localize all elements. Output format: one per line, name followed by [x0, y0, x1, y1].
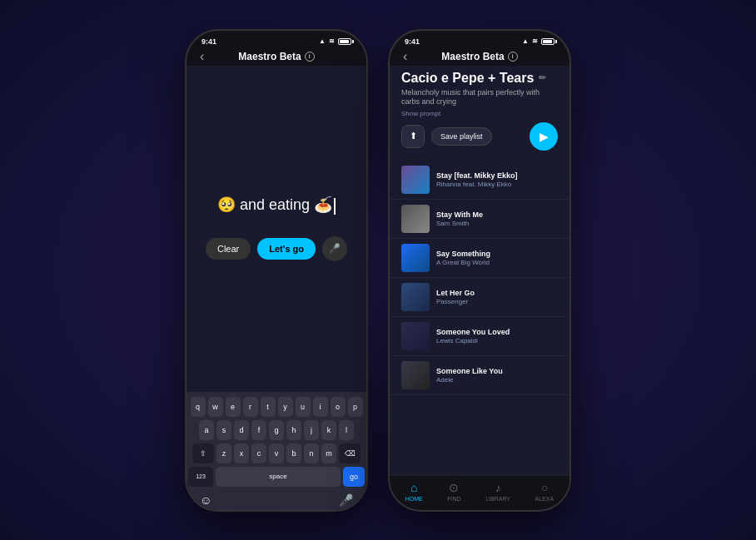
- key-v[interactable]: v: [269, 443, 284, 463]
- song-thumb-5: [401, 322, 430, 350]
- nav-bar-right: ‹ Maestro Beta i: [390, 47, 569, 66]
- song-item-3[interactable]: Say Something A Great Big World: [390, 239, 569, 278]
- key-z[interactable]: z: [216, 443, 231, 463]
- signal-icon-left: ≋: [329, 37, 335, 45]
- info-icon-right[interactable]: i: [508, 52, 518, 62]
- back-button-left[interactable]: ‹: [200, 49, 204, 64]
- clear-button[interactable]: Clear: [206, 238, 251, 260]
- key-y[interactable]: y: [278, 397, 293, 417]
- key-a[interactable]: a: [199, 420, 214, 440]
- mic-button-kb[interactable]: 🎤: [339, 493, 353, 507]
- song-title-1: Stay [feat. Mikky Ekko]: [436, 171, 558, 180]
- key-s[interactable]: s: [216, 420, 231, 440]
- time-right: 9:41: [405, 37, 420, 46]
- playlist-header: Cacio e Pepe + Tears ✏ Melancholy music …: [390, 66, 569, 161]
- show-prompt-link[interactable]: Show prompt: [401, 110, 558, 117]
- song-info-2: Stay With Me Sam Smith: [436, 211, 558, 227]
- key-row-3: ⇧ z x c v b n m ⌫: [188, 443, 365, 463]
- song-list: Stay [feat. Mikky Ekko] Rihanna feat. Mi…: [390, 161, 569, 475]
- key-q[interactable]: q: [191, 397, 206, 417]
- song-artist-3: A Great Big World: [436, 259, 558, 266]
- song-item-2[interactable]: Stay With Me Sam Smith: [390, 200, 569, 239]
- key-row-4: 123 space go: [188, 467, 365, 487]
- song-item-6[interactable]: Someone Like You Adele: [390, 356, 569, 395]
- keyboard: q w e r t y u i o p a s d f g h j k l ⇧ …: [187, 392, 366, 510]
- playlist-screen: Cacio e Pepe + Tears ✏ Melancholy music …: [390, 66, 569, 510]
- back-button-right[interactable]: ‹: [403, 49, 407, 64]
- mic-button[interactable]: 🎤: [322, 236, 347, 261]
- key-o[interactable]: o: [331, 397, 346, 417]
- song-item-5[interactable]: Someone You Loved Lewis Capaldi: [390, 317, 569, 356]
- key-e[interactable]: e: [226, 397, 241, 417]
- key-x[interactable]: x: [234, 443, 249, 463]
- key-row-2: a s d f g h j k l: [188, 420, 365, 440]
- emoji-button[interactable]: ☺: [200, 493, 211, 507]
- key-d[interactable]: d: [234, 420, 249, 440]
- phone-right: 9:41 ▲ ≋ ‹ Maestro Beta i Cacio e Pepe +…: [388, 29, 571, 512]
- song-title-4: Let Her Go: [436, 289, 558, 297]
- alexa-icon: ○: [541, 481, 548, 494]
- song-item-1[interactable]: Stay [feat. Mikky Ekko] Rihanna feat. Mi…: [390, 161, 569, 200]
- time-left: 9:41: [201, 37, 216, 46]
- save-playlist-button[interactable]: Save playlist: [431, 127, 492, 146]
- phone-left: 9:41 ▲ ≋ ‹ Maestro Beta i 🥺 and eating 🍝…: [185, 29, 368, 512]
- song-title-3: Say Something: [436, 250, 558, 258]
- home-icon: ⌂: [410, 481, 417, 494]
- song-info-1: Stay [feat. Mikky Ekko] Rihanna feat. Mi…: [436, 171, 558, 188]
- playlist-actions: ⬆ Save playlist ▶: [401, 122, 558, 151]
- key-p[interactable]: p: [348, 397, 363, 417]
- key-r[interactable]: r: [243, 397, 258, 417]
- song-thumb-6: [401, 361, 430, 389]
- share-button[interactable]: ⬆: [401, 125, 425, 148]
- edit-icon[interactable]: ✏: [539, 72, 546, 83]
- status-bar-right: 9:41 ▲ ≋: [390, 31, 569, 47]
- nav-title-left: Maestro Beta i: [238, 51, 314, 62]
- battery-icon-right: [541, 38, 555, 45]
- song-artist-2: Sam Smith: [436, 220, 558, 227]
- keyboard-bottom-bar: ☺ 🎤: [188, 490, 365, 508]
- play-button[interactable]: ▶: [530, 122, 558, 151]
- nav-item-library[interactable]: ♪ LIBRARY: [485, 481, 510, 502]
- key-f[interactable]: f: [251, 420, 266, 440]
- song-thumb-1: [401, 166, 430, 194]
- song-title-5: Someone You Loved: [436, 328, 558, 336]
- song-thumb-3: [401, 244, 430, 272]
- key-delete[interactable]: ⌫: [339, 443, 361, 463]
- key-g[interactable]: g: [269, 420, 284, 440]
- find-label: FIND: [447, 496, 460, 502]
- key-h[interactable]: h: [286, 420, 301, 440]
- wifi-icon-right: ▲: [522, 37, 529, 45]
- song-artist-1: Rihanna feat. Mikky Ekko: [436, 181, 558, 188]
- song-info-4: Let Her Go Passenger: [436, 289, 558, 305]
- song-item-4[interactable]: Let Her Go Passenger: [390, 278, 569, 317]
- playlist-title: Cacio e Pepe + Tears: [401, 71, 534, 86]
- key-k[interactable]: k: [321, 420, 336, 440]
- key-u[interactable]: u: [296, 397, 311, 417]
- nav-item-find[interactable]: ⊙ FIND: [447, 481, 460, 502]
- key-go[interactable]: go: [343, 467, 365, 487]
- key-w[interactable]: w: [208, 397, 223, 417]
- key-m[interactable]: m: [321, 443, 336, 463]
- home-label: HOME: [405, 496, 423, 502]
- song-info-5: Someone You Loved Lewis Capaldi: [436, 328, 558, 344]
- key-j[interactable]: j: [304, 420, 319, 440]
- key-space[interactable]: space: [216, 467, 341, 487]
- key-t[interactable]: t: [261, 397, 276, 417]
- lets-go-button[interactable]: Let's go: [257, 238, 316, 260]
- info-icon-left[interactable]: i: [305, 52, 315, 62]
- input-text[interactable]: 🥺 and eating 🍝: [217, 196, 336, 214]
- key-c[interactable]: c: [251, 443, 266, 463]
- status-bar-left: 9:41 ▲ ≋: [187, 31, 366, 47]
- nav-title-right: Maestro Beta i: [441, 51, 517, 62]
- key-i[interactable]: i: [313, 397, 328, 417]
- nav-item-home[interactable]: ⌂ HOME: [405, 481, 423, 502]
- key-n[interactable]: n: [304, 443, 319, 463]
- input-screen: 🥺 and eating 🍝 Clear Let's go 🎤: [187, 66, 366, 392]
- key-123[interactable]: 123: [188, 467, 213, 487]
- nav-item-alexa[interactable]: ○ ALEXA: [535, 481, 555, 502]
- song-thumb-4: [401, 283, 430, 311]
- key-b[interactable]: b: [286, 443, 301, 463]
- key-l[interactable]: l: [339, 420, 354, 440]
- playlist-left-actions: ⬆ Save playlist: [401, 125, 492, 148]
- key-shift[interactable]: ⇧: [192, 443, 214, 463]
